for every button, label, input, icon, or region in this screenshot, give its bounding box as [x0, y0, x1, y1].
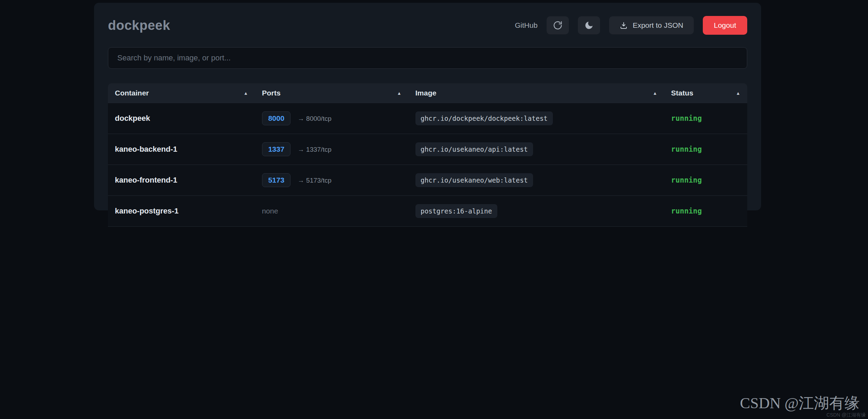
port-link[interactable]: 5173 — [262, 173, 291, 187]
port-link[interactable]: 1337 — [262, 142, 291, 156]
export-json-label: Export to JSON — [633, 21, 683, 30]
refresh-icon — [553, 20, 563, 30]
main-panel: dockpeek GitHub — [94, 3, 761, 210]
status-badge: running — [671, 176, 702, 184]
port-link[interactable]: 8000 — [262, 111, 291, 125]
containers-table: Container ▲ Ports ▲ Image ▲ — [108, 83, 747, 227]
column-header-image[interactable]: Image ▲ — [408, 83, 664, 103]
status-badge: running — [671, 207, 702, 215]
container-name: dockpeek — [115, 114, 150, 123]
table-row: dockpeek 8000 → 8000/tcp ghcr.io/dockpee… — [108, 103, 747, 134]
github-link[interactable]: GitHub — [515, 21, 538, 30]
search-bar — [108, 47, 747, 69]
app-title: dockpeek — [108, 18, 170, 33]
sort-asc-icon: ▲ — [653, 91, 657, 96]
table-header-row: Container ▲ Ports ▲ Image ▲ — [108, 83, 747, 103]
sort-asc-icon: ▲ — [397, 91, 402, 96]
export-json-button[interactable]: Export to JSON — [609, 16, 694, 34]
image-badge: ghcr.io/usekaneo/api:latest — [415, 142, 533, 156]
container-name: kaneo-frontend-1 — [115, 176, 177, 184]
column-label: Container — [115, 89, 149, 97]
port-mapping: → 8000/tcp — [298, 115, 331, 122]
column-label: Ports — [262, 89, 281, 97]
container-name: kaneo-backend-1 — [115, 145, 177, 153]
table-row: kaneo-backend-1 1337 → 1337/tcp ghcr.io/… — [108, 134, 747, 165]
status-badge: running — [671, 114, 702, 123]
moon-icon — [584, 20, 594, 30]
image-badge: ghcr.io/dockpeek/dockpeek:latest — [415, 111, 553, 125]
container-name: kaneo-postgres-1 — [115, 207, 178, 215]
download-icon — [620, 21, 628, 30]
port-mapping: → 1337/tcp — [298, 146, 331, 153]
refresh-button[interactable] — [547, 16, 569, 34]
column-header-status[interactable]: Status ▲ — [664, 83, 747, 103]
sort-asc-icon: ▲ — [244, 91, 248, 96]
search-input[interactable] — [108, 47, 747, 69]
column-header-ports[interactable]: Ports ▲ — [255, 83, 408, 103]
logout-button[interactable]: Logout — [703, 16, 747, 35]
image-badge: postgres:16-alpine — [415, 204, 497, 218]
sort-asc-icon: ▲ — [736, 91, 740, 96]
watermark-text: CSDN @江湖有缘 — [740, 393, 860, 413]
port-none-label: none — [262, 207, 278, 215]
column-label: Image — [415, 89, 437, 97]
theme-toggle-button[interactable] — [578, 16, 600, 34]
header-actions: GitHub — [515, 16, 747, 35]
port-mapping: → 5173/tcp — [298, 177, 331, 184]
table-row: kaneo-postgres-1 none postgres:16-alpine… — [108, 196, 747, 227]
column-label: Status — [671, 89, 693, 97]
column-header-container[interactable]: Container ▲ — [108, 83, 255, 103]
table-row: kaneo-frontend-1 5173 → 5173/tcp ghcr.io… — [108, 165, 747, 196]
watermark-small-text: CSDN @江湖有缘 — [826, 412, 866, 418]
image-badge: ghcr.io/usekaneo/web:latest — [415, 173, 533, 187]
header: dockpeek GitHub — [108, 16, 747, 35]
status-badge: running — [671, 145, 702, 153]
